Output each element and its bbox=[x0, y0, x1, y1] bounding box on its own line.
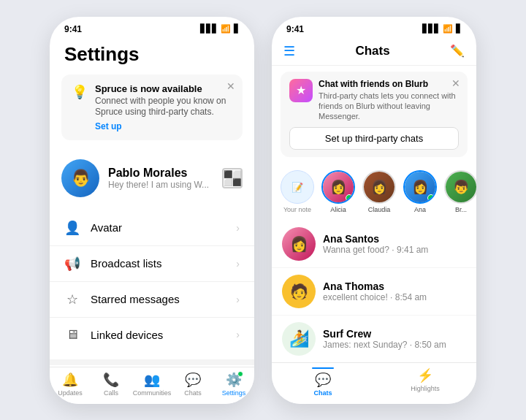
claudia-name: Claudia bbox=[368, 206, 391, 213]
ana-santos-preview: Wanna get food? · 9:41 am bbox=[323, 245, 466, 255]
notif-bulb-icon: 💡 bbox=[72, 84, 88, 100]
updates-icon: 🔔 bbox=[62, 372, 78, 388]
notif-close-button[interactable]: ✕ bbox=[226, 80, 235, 92]
wifi-icon: 📶 bbox=[221, 24, 231, 34]
time-right: 9:41 bbox=[286, 24, 304, 34]
story-alicia[interactable]: 👩 Alicia bbox=[321, 170, 355, 213]
story-claudia[interactable]: 👩 Claudia bbox=[362, 170, 396, 213]
nav-chats[interactable]: 💬 Chats bbox=[172, 372, 213, 397]
menu-label-broadcast: Broadcast lists bbox=[91, 257, 226, 270]
menu-label-avatar: Avatar bbox=[91, 221, 226, 234]
highlights-icon: ⚡ bbox=[417, 367, 433, 383]
hamburger-icon[interactable]: ☰ bbox=[283, 43, 295, 59]
chats-header: ☰ Chats ✏️ bbox=[272, 37, 476, 66]
nav-updates-label: Updates bbox=[58, 389, 83, 397]
notif-title: Spruce is now available bbox=[95, 83, 232, 94]
story-your-note[interactable]: 📝 Your note bbox=[281, 170, 314, 213]
menu-item-broadcast[interactable]: 📢 Broadcast lists › bbox=[50, 246, 254, 282]
menu-item-avatar[interactable]: 👤 Avatar › bbox=[50, 210, 254, 246]
profile-section[interactable]: 👨 Pablo Morales Hey there! I am using W.… bbox=[50, 152, 254, 205]
nav-updates[interactable]: 🔔 Updates bbox=[50, 372, 91, 397]
note-label: Your note bbox=[283, 206, 311, 213]
calls-icon: 📞 bbox=[103, 372, 119, 388]
notif-text-block: Spruce is now available Connect with peo… bbox=[95, 83, 232, 131]
ana-thomas-1-info: Ana Thomas excellent choice! · 8:54 am bbox=[323, 280, 466, 302]
blurb-row: ★ Chat with friends on Blurb Third-party… bbox=[289, 79, 459, 122]
notif-setup-link[interactable]: Set up bbox=[95, 121, 232, 131]
chat-item-ana-santos[interactable]: 👩 Ana Santos Wanna get food? · 9:41 am bbox=[272, 221, 476, 268]
chat-item-surf-crew[interactable]: 🏄 Surf Crew James: next Sunday? · 8:50 a… bbox=[272, 316, 476, 362]
br-name: Br... bbox=[455, 206, 467, 213]
status-icons-right: ▋▋▋ 📶 ▋ bbox=[422, 24, 462, 34]
nav-calls[interactable]: 📞 Calls bbox=[91, 372, 132, 397]
nav-calls-label: Calls bbox=[104, 389, 118, 397]
nav-chats-label: Chats bbox=[184, 389, 202, 397]
ana-name: Ana bbox=[414, 206, 426, 213]
note-avatar: 📝 bbox=[281, 170, 314, 204]
chats-nav-highlights[interactable]: ⚡ Highlights bbox=[374, 367, 476, 397]
settings-notification-dot bbox=[237, 371, 243, 377]
blurb-setup-button[interactable]: Set up third-party chats bbox=[289, 127, 459, 150]
devices-icon: 🖥 bbox=[64, 327, 80, 343]
ana-thomas-1-avatar: 🧑 bbox=[282, 275, 316, 308]
star-icon: ☆ bbox=[64, 291, 80, 308]
menu-item-linked[interactable]: 🖥 Linked devices › bbox=[50, 318, 254, 352]
notif-row: 💡 Spruce is now available Connect with p… bbox=[72, 83, 232, 131]
menu-item-starred[interactable]: ☆ Starred messages › bbox=[50, 282, 254, 318]
menu-label-starred: Starred messages bbox=[91, 293, 226, 305]
status-bar-right: 9:41 ▋▋▋ 📶 ▋ bbox=[272, 17, 476, 37]
ana-story-avatar: 👩 bbox=[403, 170, 437, 204]
qr-icon[interactable]: ⬛⬜⬜⬛ bbox=[222, 168, 243, 188]
nav-communities-label: Communities bbox=[133, 389, 172, 397]
phones-container: 9:41 ▋▋▋ 📶 ▋ Settings ✕ 💡 Spruce is now … bbox=[35, 2, 491, 419]
stories-row: 📝 Your note 👩 Alicia 👩 Claudia bbox=[272, 163, 476, 221]
blurb-title: Chat with friends on Blurb bbox=[319, 79, 459, 89]
story-ana[interactable]: 👩 Ana bbox=[403, 170, 437, 213]
claudia-avatar-inner: 👩 bbox=[364, 172, 394, 202]
ana-online-dot bbox=[427, 194, 435, 202]
ana-thomas-1-preview: excellent choice! · 8:54 am bbox=[323, 292, 466, 302]
nav-settings[interactable]: ⚙️ Settings bbox=[213, 372, 254, 397]
blurb-banner: ✕ ★ Chat with friends on Blurb Third-par… bbox=[281, 72, 468, 158]
profile-status: Hey there! I am using W... bbox=[108, 180, 213, 190]
battery-icon: ▋ bbox=[234, 24, 240, 34]
status-icons-left: ▋▋▋ 📶 ▋ bbox=[200, 24, 240, 34]
menu-label-linked: Linked devices bbox=[91, 329, 226, 341]
chat-item-ana-thomas-1[interactable]: 🧑 Ana Thomas excellent choice! · 8:54 am bbox=[272, 268, 476, 316]
br-story-avatar: 👦 bbox=[444, 170, 476, 204]
surf-crew-avatar: 🏄 bbox=[282, 322, 316, 356]
battery-icon-r: ▋ bbox=[456, 24, 462, 34]
ana-thomas-1-name: Ana Thomas bbox=[323, 280, 466, 292]
status-bar-left: 9:41 ▋▋▋ 📶 ▋ bbox=[50, 17, 254, 37]
notification-banner: ✕ 💡 Spruce is now available Connect with… bbox=[61, 75, 243, 140]
communities-icon: 👥 bbox=[144, 372, 160, 388]
chat-list: 👩 Ana Santos Wanna get food? · 9:41 am 🧑… bbox=[272, 221, 476, 362]
blurb-close-button[interactable]: ✕ bbox=[451, 77, 460, 89]
alicia-online-dot bbox=[346, 194, 353, 202]
settings-title: Settings bbox=[50, 37, 254, 75]
time-left: 9:41 bbox=[64, 24, 82, 34]
compose-icon[interactable]: ✏️ bbox=[450, 44, 465, 58]
blurb-logo: ★ bbox=[296, 83, 306, 97]
chats-phone: 9:41 ▋▋▋ 📶 ▋ ☰ Chats ✏️ ✕ ★ Chat with fr… bbox=[272, 17, 476, 404]
arrow-icon-2: › bbox=[236, 258, 240, 270]
surf-crew-name: Surf Crew bbox=[323, 328, 466, 340]
nav-communities[interactable]: 👥 Communities bbox=[132, 372, 172, 397]
alicia-story-avatar: 👩 bbox=[321, 170, 355, 204]
arrow-icon: › bbox=[236, 222, 240, 234]
profile-avatar: 👨 bbox=[61, 159, 99, 197]
ana-santos-name: Ana Santos bbox=[323, 233, 466, 245]
arrow-icon-3: › bbox=[236, 294, 240, 305]
nav-settings-label: Settings bbox=[222, 389, 246, 397]
settings-content: Settings ✕ 💡 Spruce is now available Con… bbox=[50, 37, 254, 367]
story-br[interactable]: 👦 Br... bbox=[444, 170, 476, 213]
alicia-name: Alicia bbox=[330, 206, 346, 213]
arrow-icon-4: › bbox=[236, 329, 240, 340]
settings-bottom-nav: 🔔 Updates 📞 Calls 👥 Communities 💬 Chats … bbox=[50, 367, 254, 404]
blurb-app-icon: ★ bbox=[289, 79, 313, 102]
settings-icon-wrapper: ⚙️ bbox=[226, 372, 242, 388]
br-avatar-inner: 👦 bbox=[446, 172, 476, 202]
profile-name: Pablo Morales bbox=[108, 167, 213, 180]
chats-nav-chats[interactable]: 💬 Chats bbox=[272, 367, 374, 397]
chats-bottom-nav: 💬 Chats ⚡ Highlights bbox=[272, 362, 476, 404]
